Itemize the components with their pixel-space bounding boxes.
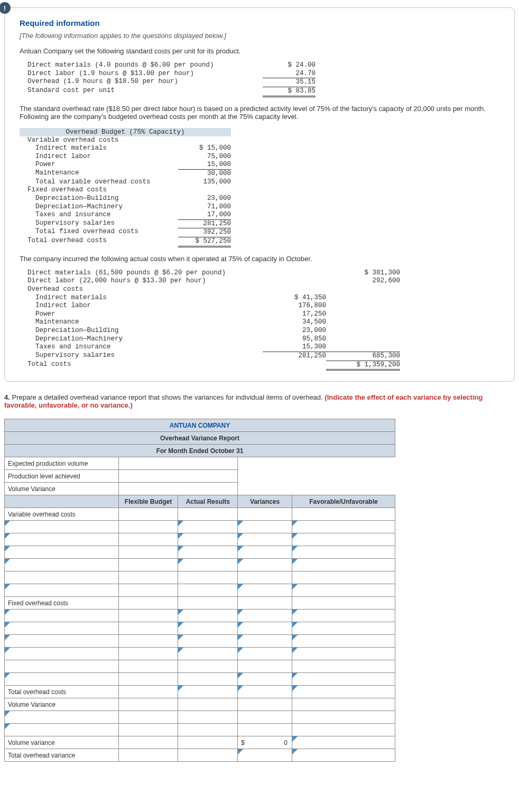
foc-subtotal-label[interactable] <box>5 660 119 673</box>
foc-item-4-ar[interactable] <box>178 648 238 660</box>
toc-var[interactable] <box>238 686 292 698</box>
foc-subtotal-fu[interactable] <box>292 660 395 673</box>
vv-line-1-label[interactable] <box>5 711 119 724</box>
foc-item-1-label[interactable] <box>5 610 119 622</box>
toc-fu[interactable] <box>292 686 395 698</box>
voc-item-2-var[interactable] <box>238 533 292 546</box>
input-production-level[interactable] <box>118 470 238 483</box>
vv-line-2-label[interactable] <box>5 724 119 736</box>
voc-item-2-ar[interactable] <box>178 533 238 546</box>
budget-title: Overhead Budget (75% Capacity) <box>20 128 231 136</box>
tov-fu[interactable] <box>292 749 395 762</box>
voc-item-1-fu[interactable] <box>292 521 395 533</box>
voc-item-1-fb[interactable] <box>118 521 178 533</box>
foc-item-3-var[interactable] <box>238 635 292 648</box>
foc-item-2-fb[interactable] <box>118 622 178 635</box>
foc-extra-label[interactable] <box>5 673 119 686</box>
vv-line-1-var[interactable] <box>238 711 292 724</box>
voc-extra-label[interactable] <box>5 584 119 597</box>
foc-extra-var[interactable] <box>238 673 292 686</box>
actual-costs-table: Direct materials (61,500 pounds @ $6.20 … <box>20 269 400 371</box>
voc-item-2-label[interactable] <box>5 533 119 546</box>
voc-item-3-label[interactable] <box>5 546 119 559</box>
voc-subtotal-var[interactable] <box>238 571 292 584</box>
foc-item-4-fu[interactable] <box>292 648 395 660</box>
toc-ar[interactable] <box>178 686 238 698</box>
foc-item-1-ar[interactable] <box>178 610 238 622</box>
voc-item-4-fu[interactable] <box>292 559 395 571</box>
vv-line-2-fu[interactable] <box>292 724 395 736</box>
foc-item-2-label[interactable] <box>5 622 119 635</box>
voc-item-4-var[interactable] <box>238 559 292 571</box>
voc-item-3-fu[interactable] <box>292 546 395 559</box>
standard-cost-table: Direct materials (4.0 pounds @ $6.00 per… <box>20 61 499 97</box>
row-volume-variance: Volume Variance <box>5 698 119 711</box>
foc-item-1-fu[interactable] <box>292 610 395 622</box>
required-info-card: ! Required information [The following in… <box>4 7 515 382</box>
row-expected-production: Expected production volume <box>5 457 119 470</box>
foc-subtotal-var[interactable] <box>238 660 292 673</box>
required-heading: Required information <box>20 19 499 27</box>
foc-subtotal-fb[interactable] <box>118 660 178 673</box>
input-expected-production[interactable] <box>118 457 238 470</box>
vv-line-2-fb[interactable] <box>118 724 178 736</box>
voc-item-3-var[interactable] <box>238 546 292 559</box>
foc-item-3-ar[interactable] <box>178 635 238 648</box>
voc-item-1-ar[interactable] <box>178 521 238 533</box>
voc-extra-fb[interactable] <box>118 584 178 597</box>
voc-item-3-fb[interactable] <box>118 546 178 559</box>
foc-extra-ar[interactable] <box>178 673 238 686</box>
row-total-overhead: Total overhead costs <box>5 686 119 698</box>
voc-item-4-ar[interactable] <box>178 559 238 571</box>
report-title: Overhead Variance Report <box>5 432 395 445</box>
foc-extra-fb[interactable] <box>118 673 178 686</box>
foc-subtotal-ar[interactable] <box>178 660 238 673</box>
vv-line-2-ar[interactable] <box>178 724 238 736</box>
voc-item-2-fb[interactable] <box>118 533 178 546</box>
foc-item-3-fu[interactable] <box>292 635 395 648</box>
row-volume-variance-top: Volume Variance <box>5 483 119 495</box>
voc-subtotal-ar[interactable] <box>178 571 238 584</box>
voc-extra-fu[interactable] <box>292 584 395 597</box>
foc-item-1-var[interactable] <box>238 610 292 622</box>
voc-subtotal-label[interactable] <box>5 571 119 584</box>
foc-item-2-var[interactable] <box>238 622 292 635</box>
voc-item-4-fb[interactable] <box>118 559 178 571</box>
foc-item-2-ar[interactable] <box>178 622 238 635</box>
voc-item-1-var[interactable] <box>238 521 292 533</box>
vv-line-1-ar[interactable] <box>178 711 238 724</box>
report-company: ANTUAN COMPANY <box>5 419 395 432</box>
foc-item-4-label[interactable] <box>5 648 119 660</box>
voc-subtotal-fu[interactable] <box>292 571 395 584</box>
voc-item-1-label[interactable] <box>5 521 119 533</box>
col-actual-results: Actual Results <box>178 495 238 508</box>
vv-line-1-fu[interactable] <box>292 711 395 724</box>
actual-costs-intro: The company incurred the following actua… <box>20 255 499 263</box>
voc-subtotal-fb[interactable] <box>118 571 178 584</box>
foc-item-4-var[interactable] <box>238 648 292 660</box>
foc-item-1-fb[interactable] <box>118 610 178 622</box>
vv-line-1-fb[interactable] <box>118 711 178 724</box>
input-volume-variance-top[interactable] <box>118 483 238 495</box>
col-fav-unfav: Favorable/Unfavorable <box>292 495 395 508</box>
foc-item-4-fb[interactable] <box>118 648 178 660</box>
voc-item-3-ar[interactable] <box>178 546 238 559</box>
question-4: 4. Prepare a detailed overhead variance … <box>4 393 515 409</box>
overhead-rate-paragraph: The standard overhead rate ($18.50 per d… <box>20 105 499 121</box>
vv2-fu[interactable] <box>292 736 395 749</box>
voc-extra-ar[interactable] <box>178 584 238 597</box>
foc-item-3-fb[interactable] <box>118 635 178 648</box>
voc-extra-var[interactable] <box>238 584 292 597</box>
vv-line-2-var[interactable] <box>238 724 292 736</box>
foc-item-2-fu[interactable] <box>292 622 395 635</box>
voc-item-2-fu[interactable] <box>292 533 395 546</box>
vv2-var[interactable]: $0 <box>238 736 292 749</box>
tov-var[interactable] <box>238 749 292 762</box>
foc-item-3-label[interactable] <box>5 635 119 648</box>
foc-extra-fu[interactable] <box>292 673 395 686</box>
overhead-variance-report-table: ANTUAN COMPANY Overhead Variance Report … <box>4 419 395 762</box>
voc-item-4-label[interactable] <box>5 559 119 571</box>
col-flexible-budget: Flexible Budget <box>118 495 178 508</box>
toc-fb[interactable] <box>118 686 178 698</box>
report-period: For Month Ended October 31 <box>5 445 395 457</box>
